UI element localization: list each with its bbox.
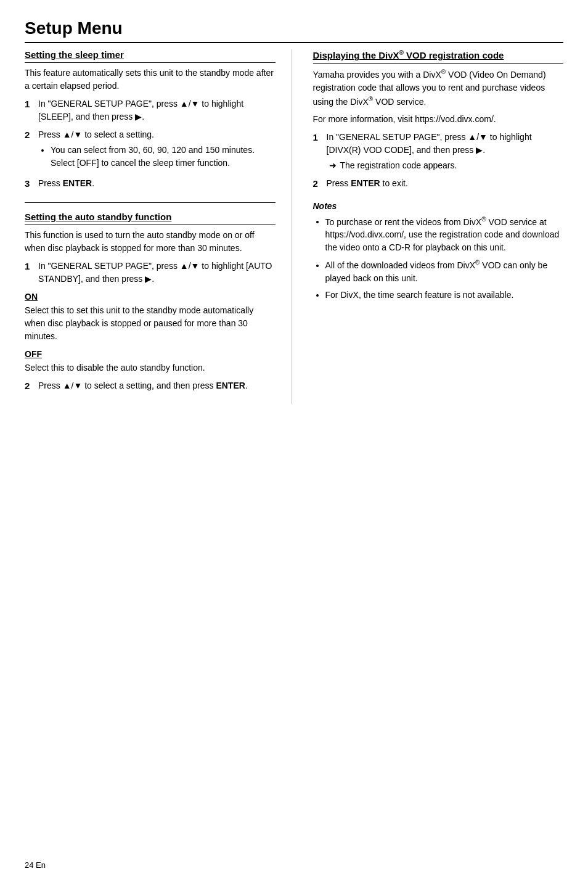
arrow-text: The registration code appears. — [340, 159, 457, 172]
note-item-1: To purchase or rent the videos from DivX… — [325, 215, 564, 255]
left-column: Setting the sleep timer This feature aut… — [25, 49, 292, 404]
step-content: Press ▲/▼ to select a setting. You can s… — [38, 128, 276, 172]
auto-standby-steps2: 2 Press ▲/▼ to select a setting, and the… — [25, 379, 276, 394]
step-content: Press ENTER to exit. — [327, 177, 564, 191]
note-item-2: All of the downloaded videos from DivX® … — [325, 258, 564, 285]
section-sleep-timer: Setting the sleep timer This feature aut… — [25, 49, 276, 191]
divx-vod-steps: 1 In "GENERAL SETUP PAGE", press ▲/▼ to … — [313, 131, 564, 191]
page-footer: 24 En — [25, 860, 46, 870]
sleep-timer-step-1: 1 In "GENERAL SETUP PAGE", press ▲/▼ to … — [25, 97, 276, 123]
subsection-off-text: Select this to disable the auto standby … — [25, 361, 276, 374]
divx-vod-step-1: 1 In "GENERAL SETUP PAGE", press ▲/▼ to … — [313, 131, 564, 172]
step-number: 1 — [25, 260, 38, 286]
note-item-3: For DivX, the time search feature is not… — [325, 289, 564, 302]
subsection-on-text: Select this to set this unit to the stan… — [25, 304, 276, 343]
arrow-note: ➜ The registration code appears. — [329, 159, 564, 172]
step-content: In "GENERAL SETUP PAGE", press ▲/▼ to hi… — [38, 260, 276, 286]
auto-standby-desc: This function is used to turn the auto s… — [25, 229, 276, 255]
subsection-off-label: OFF — [25, 349, 276, 359]
notes-list: To purchase or rent the videos from DivX… — [313, 215, 564, 302]
step-number: 2 — [313, 177, 327, 191]
sleep-timer-title: Setting the sleep timer — [25, 49, 276, 63]
notes-title: Notes — [313, 201, 564, 211]
divx-vod-title: Displaying the DivX® VOD registration co… — [313, 49, 564, 64]
sleep-timer-desc: This feature automatically sets this uni… — [25, 67, 276, 93]
right-column: Displaying the DivX® VOD registration co… — [310, 49, 564, 404]
divx-vod-desc2: For more information, visit https://vod.… — [313, 113, 564, 126]
bullet-item: You can select from 30, 60, 90, 120 and … — [51, 144, 276, 170]
page-title: Setup Menu — [25, 19, 563, 43]
step-content: Press ENTER. — [38, 177, 276, 191]
auto-standby-title: Setting the auto standby function — [25, 212, 276, 225]
auto-standby-step-1: 1 In "GENERAL SETUP PAGE", press ▲/▼ to … — [25, 260, 276, 286]
arrow-icon: ➜ — [329, 159, 337, 172]
step-bullets: You can select from 30, 60, 90, 120 and … — [38, 144, 276, 170]
step-number: 2 — [25, 379, 38, 394]
step-number: 3 — [25, 177, 38, 191]
step-content: Press ▲/▼ to select a setting, and then … — [38, 379, 276, 394]
section-divx-vod: Displaying the DivX® VOD registration co… — [313, 49, 564, 302]
sleep-timer-step-3: 3 Press ENTER. — [25, 177, 276, 191]
auto-standby-step-2: 2 Press ▲/▼ to select a setting, and the… — [25, 379, 276, 394]
sleep-timer-steps: 1 In "GENERAL SETUP PAGE", press ▲/▼ to … — [25, 97, 276, 191]
section-auto-standby: Setting the auto standby function This f… — [25, 212, 276, 394]
divx-vod-desc1: Yamaha provides you with a DivX® VOD (Vi… — [313, 67, 564, 108]
auto-standby-steps: 1 In "GENERAL SETUP PAGE", press ▲/▼ to … — [25, 260, 276, 286]
sleep-timer-step-2: 2 Press ▲/▼ to select a setting. You can… — [25, 128, 276, 172]
step-number: 1 — [313, 131, 327, 172]
step-number: 2 — [25, 128, 38, 172]
step-content: In "GENERAL SETUP PAGE", press ▲/▼ to hi… — [38, 97, 276, 123]
subsection-on-label: ON — [25, 292, 276, 302]
divx-vod-step-2: 2 Press ENTER to exit. — [313, 177, 564, 191]
step-content: In "GENERAL SETUP PAGE", press ▲/▼ to hi… — [327, 131, 564, 172]
step-number: 1 — [25, 97, 38, 123]
notes-section: Notes To purchase or rent the videos fro… — [313, 201, 564, 302]
